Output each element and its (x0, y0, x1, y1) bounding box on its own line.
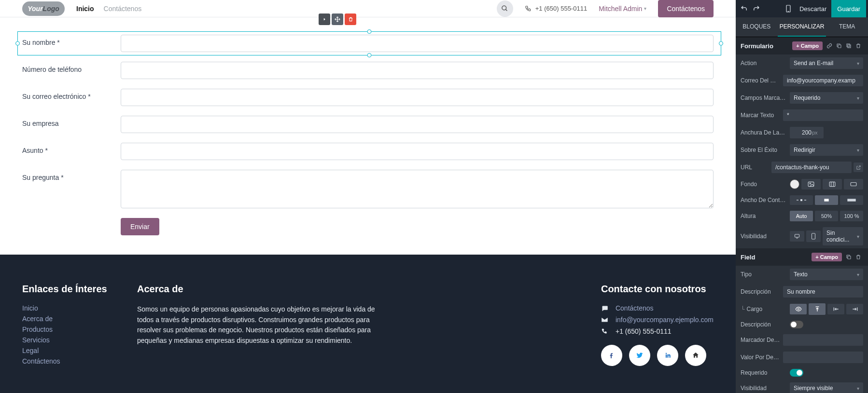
svg-rect-4 (848, 45, 851, 48)
field-copy-icon[interactable] (844, 252, 854, 262)
input-company[interactable] (121, 116, 714, 133)
footer-contact-link[interactable]: Contáctenos (616, 304, 654, 312)
discard-button[interactable]: Descartar (795, 5, 831, 13)
visibility-mobile-icon[interactable] (806, 230, 821, 242)
twitter-icon[interactable] (629, 345, 650, 366)
user-menu[interactable]: Mitchell Admin▾ (599, 5, 646, 13)
prop-contentwidth-label: Ancho De Conte... (741, 197, 787, 203)
pos-right-icon[interactable] (846, 304, 863, 314)
link-icon[interactable] (825, 41, 834, 51)
visibility-desktop-icon[interactable] (790, 231, 804, 242)
undo-icon[interactable] (738, 2, 750, 15)
delete-icon[interactable] (854, 41, 863, 51)
submit-button[interactable]: Enviar (121, 218, 159, 235)
tab-theme[interactable]: TEMA (826, 17, 868, 37)
visibility-select[interactable]: Sin condici... (823, 227, 863, 245)
labelwidth-input[interactable] (790, 127, 824, 138)
field-default-label: Valor Por Defecto (741, 354, 780, 361)
height-auto[interactable]: Auto (790, 211, 813, 221)
svg-rect-16 (795, 234, 799, 237)
field-type-select[interactable]: Texto (790, 269, 863, 280)
footer-link[interactable]: Acerca de (22, 315, 127, 323)
footer-link[interactable]: Inicio (22, 304, 127, 312)
label-question: Su pregunta * (22, 170, 121, 181)
input-email[interactable] (121, 89, 714, 106)
logo[interactable]: YourLogo (22, 1, 65, 16)
marked-select[interactable]: Requerido (790, 92, 863, 104)
mobile-preview-icon[interactable] (782, 2, 795, 15)
tab-customize[interactable]: PERSONALIZAR (778, 17, 826, 37)
add-field-button[interactable]: + Campo (792, 41, 823, 50)
open-url-icon[interactable] (854, 163, 863, 172)
home-icon[interactable] (685, 345, 706, 366)
recipient-input[interactable] (783, 75, 863, 86)
svg-point-29 (502, 6, 506, 10)
redo-icon[interactable] (750, 2, 763, 15)
pos-eye-icon[interactable] (790, 304, 807, 314)
bg-shape-icon[interactable] (844, 179, 863, 190)
snippet-parent-icon[interactable] (319, 14, 330, 25)
url-input[interactable] (771, 162, 852, 173)
field-placeholder-label: Marcador De Po... (741, 337, 780, 343)
input-question[interactable] (121, 170, 714, 208)
label-email: Su correo electrónico * (22, 89, 121, 100)
field-visibility1-label: Visibilidad (741, 385, 787, 392)
field-visibility1-select[interactable]: Siempre visible (790, 382, 863, 393)
field-default-input[interactable] (783, 352, 863, 363)
pos-left-icon[interactable] (827, 304, 844, 314)
field-delete-icon[interactable] (854, 252, 863, 262)
bg-image-icon[interactable] (801, 179, 821, 190)
action-select[interactable]: Send an E-mail (790, 57, 863, 69)
linkedin-icon[interactable] (657, 345, 678, 366)
bg-color-swatch[interactable] (790, 179, 799, 189)
width-narrow-icon[interactable] (790, 195, 813, 205)
prop-labelwidth-label: Anchura De Las ... (741, 129, 787, 136)
svg-rect-5 (808, 182, 814, 186)
search-icon[interactable] (497, 0, 513, 17)
footer-email[interactable]: info@yourcompany.ejemplo.com (616, 316, 714, 324)
field-desc-input[interactable] (783, 286, 863, 298)
svg-rect-3 (847, 44, 850, 47)
nav-home[interactable]: Inicio (76, 5, 94, 13)
width-medium-icon[interactable] (815, 195, 838, 205)
svg-rect-20 (848, 256, 851, 259)
header-cta-button[interactable]: Contáctenos (658, 0, 714, 17)
phone-icon (601, 328, 610, 335)
tab-blocks[interactable]: BLOQUES (736, 17, 778, 37)
field-type-label: Tipo (741, 271, 787, 278)
footer-about-text: Somos un equipo de personas apasionadas … (137, 304, 388, 346)
copy-icon[interactable] (834, 41, 844, 51)
svg-rect-15 (847, 199, 855, 201)
svg-rect-2 (838, 45, 841, 48)
pos-top-icon[interactable] (809, 303, 826, 315)
section-form-title: Formulario (741, 42, 792, 50)
prop-recipient-label: Correo Del Desti... (741, 77, 780, 84)
height-50[interactable]: 50% (815, 211, 838, 221)
field-required-toggle[interactable] (790, 369, 803, 377)
snippet-move-icon[interactable] (332, 14, 343, 25)
footer-link[interactable]: Servicios (22, 336, 127, 344)
section-field-header: Field + Campo (736, 248, 868, 266)
field-desc-toggle[interactable] (790, 321, 803, 328)
label-name: Su nombre * (22, 35, 121, 46)
nav-contact[interactable]: Contáctenos (104, 5, 142, 13)
input-name[interactable] (121, 35, 714, 52)
facebook-icon[interactable] (601, 345, 622, 366)
footer-link[interactable]: Legal (22, 347, 127, 354)
onsuccess-select[interactable]: Redirigir (790, 144, 863, 156)
duplicate-icon[interactable] (844, 41, 854, 51)
save-button[interactable]: Guardar (831, 0, 866, 17)
footer-link[interactable]: Productos (22, 325, 127, 333)
marktext-input[interactable] (783, 109, 863, 121)
field-add-button[interactable]: + Campo (812, 253, 842, 261)
width-full-icon[interactable] (840, 195, 863, 205)
snippet-delete-icon[interactable] (345, 14, 356, 25)
height-100[interactable]: 100 % (840, 211, 863, 221)
field-placeholder-input[interactable] (783, 334, 863, 346)
input-subject[interactable] (121, 143, 714, 160)
footer-link[interactable]: Contáctenos (22, 357, 127, 365)
input-phone[interactable] (121, 62, 714, 79)
bg-video-icon[interactable] (823, 179, 842, 190)
canvas: YourLogo Inicio Contáctenos +1 (650) 555… (0, 0, 736, 393)
svg-rect-13 (804, 200, 806, 200)
